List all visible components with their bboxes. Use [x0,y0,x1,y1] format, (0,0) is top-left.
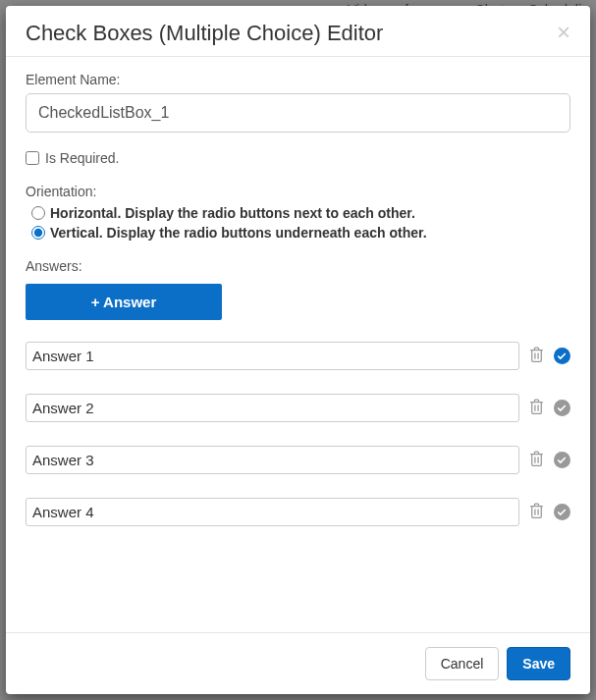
modal-title: Check Boxes (Multiple Choice) Editor [26,21,383,46]
answer-row [26,498,570,526]
check-circle-icon [554,400,570,416]
check-circle-icon [554,452,570,468]
answer-row [26,446,570,474]
answer-row [26,394,570,422]
trash-icon [529,399,544,418]
is-required-section: Is Required. [26,150,570,166]
answer-input[interactable] [26,446,519,474]
save-button[interactable]: Save [507,647,570,680]
cancel-button[interactable]: Cancel [425,647,500,680]
is-required-label[interactable]: Is Required. [45,150,119,166]
answer-input[interactable] [26,394,519,422]
element-name-input[interactable] [26,93,570,133]
trash-icon [529,503,544,522]
element-name-section: Element Name: [26,72,570,133]
delete-answer-button[interactable] [527,452,545,469]
trash-icon [529,347,544,366]
answer-input[interactable] [26,342,519,370]
delete-answer-button[interactable] [527,400,545,417]
toggle-default-answer-button[interactable] [553,504,570,521]
toggle-default-answer-button[interactable] [553,348,570,365]
modal-body: Element Name: Is Required. Orientation: … [6,57,590,632]
orientation-horizontal-label[interactable]: Horizontal. Display the radio buttons ne… [50,205,415,221]
orientation-section: Orientation: Horizontal. Display the rad… [26,184,570,241]
trash-icon [529,451,544,470]
delete-answer-button[interactable] [527,504,545,521]
is-required-checkbox[interactable] [26,151,39,165]
delete-answer-button[interactable] [527,348,545,365]
close-icon: × [557,19,570,45]
modal-header: Check Boxes (Multiple Choice) Editor × [6,6,590,56]
toggle-default-answer-button[interactable] [553,400,570,417]
orientation-vertical-label[interactable]: Vertical. Display the radio buttons unde… [50,225,427,241]
toggle-default-answer-button[interactable] [553,452,570,469]
editor-modal: Check Boxes (Multiple Choice) Editor × E… [6,6,590,694]
answers-section: Answers: + Answer [26,258,570,526]
check-circle-icon [554,348,570,364]
element-name-label: Element Name: [26,72,570,87]
orientation-label: Orientation: [26,184,570,199]
add-answer-button[interactable]: + Answer [26,284,222,320]
check-circle-icon [554,504,570,520]
answers-list [26,342,570,526]
close-button[interactable]: × [557,21,570,44]
modal-footer: Cancel Save [6,633,590,694]
orientation-horizontal-radio[interactable] [31,206,45,220]
orientation-vertical-radio[interactable] [31,226,45,240]
answers-label: Answers: [26,258,570,274]
answer-input[interactable] [26,498,519,526]
answer-row [26,342,570,370]
